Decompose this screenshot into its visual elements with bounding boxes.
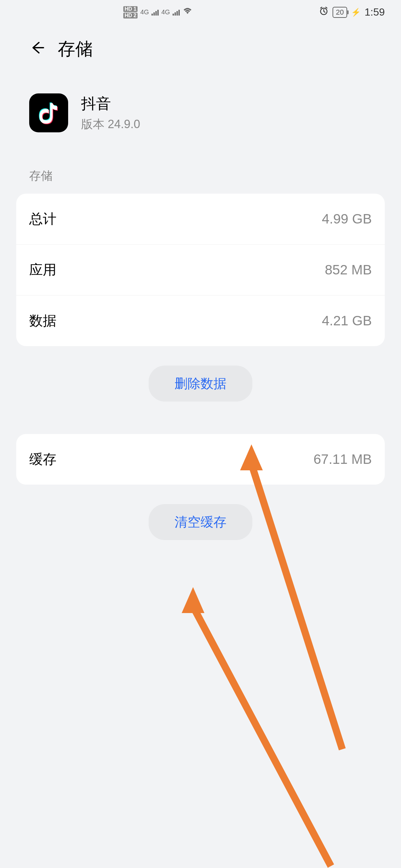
cache-label: 缓存 (29, 450, 57, 468)
network-label-1: 4G (140, 8, 149, 16)
row-app: 应用 852 MB (16, 245, 385, 296)
app-version: 版本 24.9.0 (81, 117, 140, 132)
status-bar: HD 1 HD 2 4G 4G 20 ⚡ 1:59 (0, 0, 401, 24)
hd-badge-2: HD 2 (123, 13, 137, 19)
delete-data-button[interactable]: 删除数据 (149, 366, 252, 402)
total-label: 总计 (29, 210, 57, 228)
battery-icon: 20 (333, 7, 347, 18)
row-cache: 缓存 67.11 MB (16, 434, 385, 485)
signal-bars-1 (152, 9, 159, 16)
annotation-arrow-2 (175, 587, 341, 868)
app-storage-value: 852 MB (325, 262, 372, 278)
annotation-arrow-1 (234, 444, 353, 752)
svg-line-1 (251, 464, 342, 749)
data-label: 数据 (29, 312, 57, 330)
tiktok-icon (39, 101, 58, 124)
clock-time: 1:59 (365, 6, 385, 18)
page-title: 存储 (58, 37, 93, 61)
alarm-icon (319, 6, 329, 18)
cache-value: 67.11 MB (313, 452, 372, 467)
row-data: 数据 4.21 GB (16, 296, 385, 346)
app-icon (29, 93, 68, 132)
svg-line-3 (193, 607, 331, 866)
data-value: 4.21 GB (322, 313, 372, 329)
status-left: HD 1 HD 2 4G 4G (123, 6, 193, 19)
charging-icon: ⚡ (351, 8, 361, 17)
app-storage-label: 应用 (29, 261, 57, 279)
page-header: 存储 (0, 24, 401, 71)
app-info-section: 抖音 版本 24.9.0 (0, 71, 401, 149)
storage-card: 总计 4.99 GB 应用 852 MB 数据 4.21 GB (16, 194, 385, 346)
section-label-storage: 存储 (0, 149, 401, 194)
total-value: 4.99 GB (322, 211, 372, 227)
clear-cache-button[interactable]: 清空缓存 (149, 504, 252, 540)
cache-card: 缓存 67.11 MB (16, 434, 385, 485)
wifi-icon (182, 7, 193, 18)
row-total: 总计 4.99 GB (16, 194, 385, 245)
app-name: 抖音 (81, 94, 140, 114)
svg-marker-4 (182, 587, 205, 613)
status-right: 20 ⚡ 1:59 (319, 6, 385, 18)
network-label-2: 4G (161, 8, 170, 16)
hd-badge-1: HD 1 (123, 6, 137, 12)
signal-bars-2 (173, 9, 180, 16)
back-button[interactable] (29, 40, 45, 58)
